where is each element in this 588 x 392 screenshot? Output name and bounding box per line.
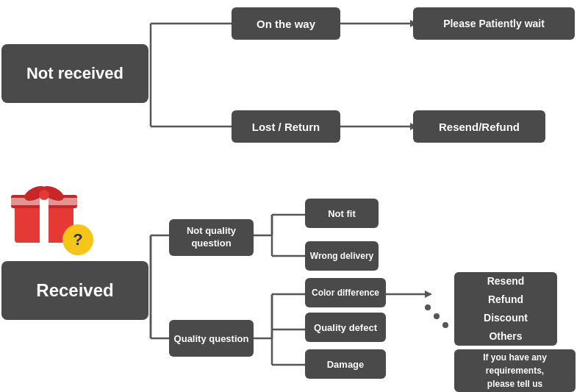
wrong-delivery-node: Wrong delivery [305,241,379,271]
received-node: Received [1,261,148,320]
quality-defect-node: Quality defect [305,313,386,342]
quality-question-node: Quality question [169,320,254,357]
damage-node: Damage [305,349,386,379]
not-received-node: Not received [1,44,148,103]
resend-refund-top-node: Resend/Refund [413,110,545,143]
please-wait-node: Please Patiently wait [413,7,575,40]
not-fit-node: Not fit [305,199,379,228]
svg-point-26 [442,322,448,328]
question-mark-icon: ? [62,224,93,255]
svg-point-25 [434,313,440,319]
lost-return-node: Lost / Return [232,110,340,143]
not-quality-question-node: Not quality question [169,219,254,256]
color-difference-node: Color difference [305,278,386,307]
resend-options-node: Resend Refund Discount Others [454,272,557,346]
on-the-way-node: On the way [232,7,340,40]
diagram: Not received On the way Please Patiently… [0,0,588,392]
svg-point-24 [425,304,431,310]
svg-marker-28 [425,291,432,298]
contact-us-node: If you have any requirements, please tel… [454,349,576,392]
svg-point-35 [39,190,49,200]
